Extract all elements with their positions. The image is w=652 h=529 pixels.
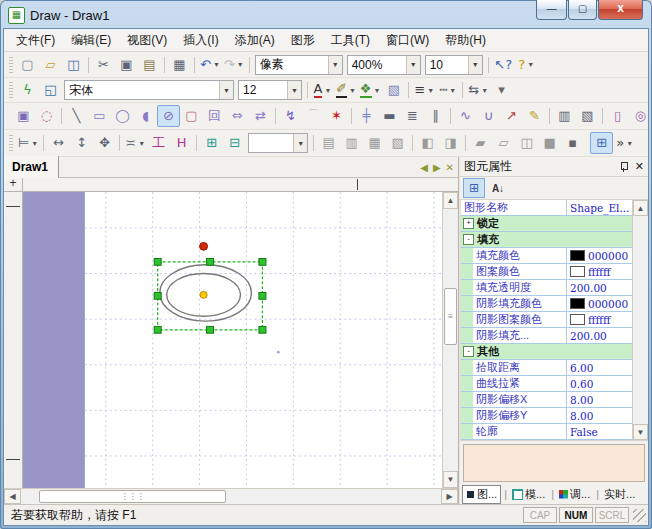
line-tool-button[interactable]: ╲ — [65, 105, 88, 127]
bent-arrow-button[interactable]: ⇄ — [249, 105, 272, 127]
property-value[interactable]: 200.00 — [566, 280, 633, 295]
handle-nw[interactable] — [154, 258, 161, 265]
scroll-right-icon[interactable]: ▶ — [441, 489, 458, 504]
line-color-icon-caret[interactable]: ▼ — [349, 87, 356, 94]
fill-color-button[interactable]: ❖▼ — [358, 79, 383, 101]
align-button[interactable]: ⊨▼ — [16, 132, 40, 154]
panel-tab-3[interactable]: 调... — [556, 486, 593, 503]
help-icon-caret[interactable]: ▼ — [527, 61, 534, 68]
layout2-button[interactable]: ▧ — [576, 105, 599, 127]
help-button[interactable]: ?▼ — [515, 54, 538, 76]
line-style-icon-caret[interactable]: ▼ — [449, 87, 456, 94]
font-color-button[interactable]: A▼ — [311, 79, 334, 101]
pen-button[interactable]: ✎ — [523, 105, 546, 127]
tab-close-icon[interactable]: ✕ — [446, 162, 454, 173]
redo-button[interactable]: ↷▼ — [222, 54, 246, 76]
line-width-button[interactable]: ≡▼ — [412, 79, 436, 101]
undo-icon-caret[interactable]: ▼ — [213, 61, 220, 68]
handle-sw[interactable] — [154, 326, 161, 333]
shadow3-button[interactable]: ◫ — [515, 132, 538, 154]
flip-v-button[interactable]: ◨ — [439, 132, 462, 154]
callout-rect-button[interactable]: ▯ — [606, 105, 629, 127]
panel-tab-1[interactable]: 图... — [462, 485, 501, 504]
vertical-scrollbar[interactable]: ▲ ≡ ▼ — [442, 192, 458, 488]
grid-size-combo[interactable]: 10▼ — [425, 55, 483, 75]
panel-close-icon[interactable]: ✕ — [635, 160, 644, 173]
fill-color-icon-caret[interactable]: ▼ — [374, 87, 381, 94]
grid-size-combo-dropdown-icon[interactable]: ▼ — [468, 56, 482, 74]
line-style-button[interactable]: ┅▼ — [436, 79, 459, 101]
font-size-combo[interactable]: 12▼ — [238, 80, 302, 100]
property-value[interactable]: 000000 — [566, 296, 633, 311]
text-frame-button[interactable]: ▣ — [12, 105, 35, 127]
property-value[interactable]: Shape_El... — [566, 200, 633, 215]
toolbar-grip[interactable] — [9, 135, 13, 151]
button-button[interactable]: ▬ — [378, 105, 401, 127]
line-color-button[interactable]: ✐▼ — [334, 79, 358, 101]
zoom-combo[interactable]: 400%▼ — [347, 55, 421, 75]
selection-handles[interactable] — [154, 258, 266, 333]
star-button[interactable]: ✶ — [325, 105, 348, 127]
font-combo-dropdown-icon[interactable]: ▼ — [219, 81, 233, 99]
ellipse-tool-button[interactable]: ⊘ — [157, 105, 180, 127]
freeform-button[interactable]: ∿ — [454, 105, 477, 127]
pin-icon[interactable] — [619, 161, 629, 172]
image-button[interactable]: ▧ — [382, 79, 405, 101]
zoom-combo-dropdown-icon[interactable]: ▼ — [406, 56, 420, 74]
context-help-button[interactable]: ↖? — [492, 54, 515, 76]
menu-item-2[interactable]: 编辑(E) — [63, 30, 119, 51]
close-button[interactable]: x — [598, 0, 643, 20]
run-button[interactable]: ϟ — [16, 79, 39, 101]
panel-tab-4[interactable]: 实时... — [601, 486, 638, 503]
undo-button[interactable]: ↶▼ — [198, 54, 222, 76]
page-switch-button[interactable]: ◱ — [39, 79, 62, 101]
parallel-lines-button[interactable]: ∥ — [424, 105, 447, 127]
ungroup-button[interactable]: ⊟ — [223, 132, 246, 154]
menu-item-1[interactable]: 文件(F) — [8, 30, 63, 51]
arc-connector-button[interactable]: ⌒ — [302, 105, 325, 127]
callout-round-button[interactable]: ◎ — [629, 105, 652, 127]
center-point[interactable] — [200, 291, 207, 298]
overflow-chevron2-button[interactable]: »▼ — [613, 132, 636, 154]
resize-grip[interactable] — [633, 509, 646, 522]
double-arrow-button[interactable]: ⇔ — [226, 105, 249, 127]
paste-button[interactable]: ▤ — [138, 54, 161, 76]
maximize-button[interactable]: ▢ — [568, 0, 597, 20]
title-bar[interactable]: ▦ Draw - Draw1 — ▢ x — [3, 3, 649, 28]
redo-icon-caret[interactable]: ▼ — [237, 61, 244, 68]
union-button[interactable]: ∪ — [477, 105, 500, 127]
hspan-button[interactable]: H — [170, 132, 193, 154]
menu-item-7[interactable]: 工具(T) — [323, 30, 378, 51]
property-value[interactable]: 0.60 — [566, 376, 633, 391]
overflow-chevron2-icon-caret[interactable]: ▼ — [626, 140, 633, 147]
menu-item-6[interactable]: 图形 — [283, 30, 323, 51]
toolbar-grip[interactable] — [9, 57, 13, 73]
rounded-square-button[interactable]: 回 — [203, 105, 226, 127]
font-size-combo-dropdown-icon[interactable]: ▼ — [287, 81, 301, 99]
tab-scroll-right-icon[interactable]: ▶ — [433, 162, 441, 173]
horizontal-scroll-thumb[interactable]: ⋮⋮⋮ — [39, 490, 226, 503]
arrow-style-icon-caret[interactable]: ▼ — [481, 87, 488, 94]
sort-az-icon[interactable]: A↓ — [487, 178, 509, 198]
handle-n[interactable] — [207, 258, 214, 265]
tab-scroll-left-icon[interactable]: ◀ — [420, 162, 428, 173]
property-value[interactable]: 6.00 — [566, 360, 633, 375]
property-value[interactable]: 200.00 — [566, 328, 633, 343]
menu-item-3[interactable]: 视图(V) — [119, 30, 175, 51]
grid-scroll-up-icon[interactable]: ▲ — [633, 200, 648, 216]
copy-button[interactable]: ▣ — [115, 54, 138, 76]
same-height-button[interactable]: ↕ — [70, 132, 93, 154]
handle-s[interactable] — [207, 326, 214, 333]
more-dot-button[interactable]: ▪ — [561, 132, 584, 154]
send-back-button[interactable]: ▥ — [340, 132, 363, 154]
tab-draw1[interactable]: Draw1 — [4, 156, 59, 178]
grid-scrollbar[interactable]: ▲ ▼ — [632, 200, 648, 440]
rounded-rect-button[interactable]: ▢ — [180, 105, 203, 127]
send-backward-button[interactable]: ▧ — [386, 132, 409, 154]
layout1-button[interactable]: ▥ — [553, 105, 576, 127]
expander-icon[interactable]: - — [463, 346, 474, 357]
shadow1-button[interactable]: ▰ — [469, 132, 492, 154]
ellipse-dashed-button[interactable]: ◌ — [35, 105, 58, 127]
panel-tab-2[interactable]: 模... — [509, 486, 548, 503]
same-size-button[interactable]: ✥ — [93, 132, 116, 154]
